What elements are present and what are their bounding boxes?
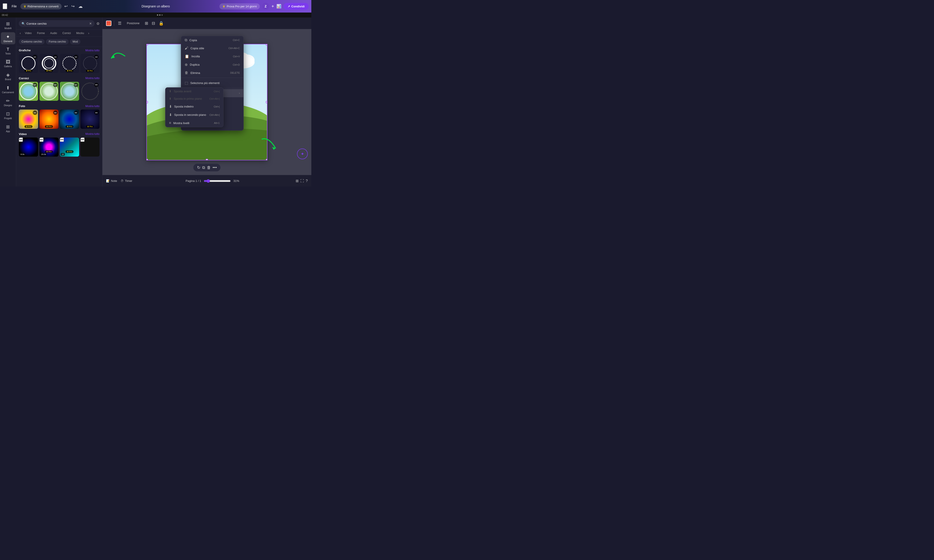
video-item-3-more[interactable]: •••: [60, 137, 64, 142]
position-button[interactable]: Posizione: [124, 20, 142, 26]
grafiche-item-2[interactable]: ••• ♛ Pro: [39, 54, 59, 73]
video-item-4[interactable]: •••: [80, 137, 100, 157]
video-item-2-more[interactable]: •••: [39, 137, 43, 142]
grafiche-item-3-more[interactable]: •••: [74, 55, 78, 59]
redo-button[interactable]: ↪: [70, 3, 76, 10]
lock-button[interactable]: 🔒: [158, 20, 165, 27]
add-button[interactable]: +: [271, 4, 274, 9]
delete-canvas-button[interactable]: 🗑: [207, 165, 211, 170]
chip-contorno[interactable]: Contorno cerchio: [19, 39, 45, 45]
menu-icon[interactable]: ☰: [3, 3, 7, 9]
sidebar-item-modelli[interactable]: ⊞ Modelli: [1, 19, 15, 31]
ctx-incolla[interactable]: 📋 Incolla Ctrl+V: [181, 52, 244, 60]
search-input[interactable]: [26, 22, 88, 25]
handle-bot-left[interactable]: [146, 159, 148, 160]
sidebar-item-testo[interactable]: T Testo: [1, 45, 15, 57]
duplicate-canvas-button[interactable]: ⧉: [202, 165, 205, 170]
submenu-mostra-livelli[interactable]: ≡ Mostra livelli Alt+1: [165, 119, 223, 127]
note-button[interactable]: 📝 Note: [106, 179, 117, 183]
submenu-sposta-indietro[interactable]: ⬇ Sposta indietro Ctrl+[: [165, 102, 223, 111]
show-all-cornici[interactable]: Mostra tutto: [85, 77, 100, 80]
cornici-item-1-more[interactable]: •••: [33, 83, 37, 87]
chip-forma[interactable]: Forma cerchio: [46, 39, 69, 45]
ctx-elimina[interactable]: 🗑 Elimina DELETE: [181, 69, 244, 77]
video-item-1-more[interactable]: •••: [19, 137, 23, 142]
grafiche-item-4-more[interactable]: •••: [94, 55, 99, 59]
sidebar-item-progetti[interactable]: ⊡ Progetti: [1, 109, 15, 122]
grafiche-item-2-more[interactable]: •••: [53, 55, 58, 59]
resize-button[interactable]: ♛ Ridimensiona e converti: [20, 3, 62, 9]
video-item-3[interactable]: 10 ♛ Pro •••: [60, 137, 79, 157]
grafiche-item-1-more[interactable]: •••: [33, 55, 37, 59]
submenu-secondo-piano[interactable]: ⬇ Sposta in secondo piano Ctrl+Alt+[: [165, 111, 223, 119]
file-button[interactable]: File: [10, 3, 18, 9]
handle-top-left[interactable]: [146, 44, 148, 46]
help-button[interactable]: ?: [306, 179, 308, 183]
foto-item-2-more[interactable]: •••: [53, 111, 58, 115]
foto-item-3[interactable]: ••• ♛ Pro: [60, 109, 79, 129]
avatar-button[interactable]: Z: [262, 3, 269, 10]
grafiche-item-3[interactable]: ••• ♛ Pro: [60, 54, 79, 73]
video-item-4-more[interactable]: •••: [80, 137, 85, 142]
video-item-2[interactable]: 15.0s ♛ Pro •••: [39, 137, 59, 157]
foto-item-4[interactable]: ••• ♛ Pro: [80, 109, 100, 129]
foto-item-4-more[interactable]: •••: [94, 111, 99, 115]
show-all-video[interactable]: Mostra tutto: [85, 132, 100, 135]
ctx-duplica[interactable]: ⊕ Duplica Ctrl+D: [181, 60, 244, 69]
tab-audio[interactable]: Audio: [48, 30, 59, 37]
sidebar-item-caricamenti[interactable]: ⬆ Caricamenti: [1, 83, 15, 95]
pro-trial-button[interactable]: ♛ Prova Pro per 14 giorni: [219, 3, 260, 9]
color-picker-button[interactable]: [106, 21, 111, 26]
handle-top-right[interactable]: [266, 44, 267, 46]
sidebar-item-app[interactable]: ⊞ App: [1, 122, 15, 134]
foto-item-1-more[interactable]: •••: [33, 111, 37, 115]
cat-next-button[interactable]: ›: [87, 31, 90, 36]
grid-toggle-button[interactable]: ⊞: [144, 20, 149, 27]
tab-mocku[interactable]: Mocku: [74, 30, 86, 37]
foto-item-2[interactable]: ••• ♛ Pro: [39, 109, 59, 129]
cornici-item-4-more[interactable]: •••: [94, 83, 99, 87]
filter-button[interactable]: ⚙: [96, 22, 100, 26]
handle-mid-left[interactable]: [146, 101, 148, 103]
align-button[interactable]: ⊟: [151, 20, 156, 27]
foto-item-3-more[interactable]: •••: [74, 111, 78, 115]
sidebar-item-disegno[interactable]: ✏ Disegno: [1, 96, 15, 108]
grafiche-item-1[interactable]: ••• ♛ Pro: [19, 54, 38, 73]
handle-bot-right[interactable]: [266, 159, 267, 160]
fab-button[interactable]: ✦: [297, 149, 308, 159]
cornici-item-1[interactable]: •••: [19, 82, 38, 101]
fullscreen-button[interactable]: ⛶: [301, 179, 304, 183]
tab-video[interactable]: Video: [23, 30, 34, 37]
chart-button[interactable]: 📊: [276, 4, 281, 9]
cornici-item-4[interactable]: •••: [80, 82, 100, 101]
cornici-item-3-more[interactable]: •••: [74, 83, 78, 87]
ctx-copia[interactable]: ⧉ Copia Ctrl+C: [181, 36, 244, 44]
grid-view-button[interactable]: ⊞: [296, 179, 299, 183]
ctx-seleziona[interactable]: ⬚ Seleziona più elementi: [181, 79, 244, 87]
share-button[interactable]: ↗ Condividi: [284, 3, 309, 10]
search-clear-button[interactable]: ✕: [89, 22, 92, 25]
sidebar-item-galleria[interactable]: 🖼 Galleria: [1, 58, 15, 69]
grafiche-item-4[interactable]: ••• ♛ Pro: [80, 54, 100, 73]
show-all-foto[interactable]: Mostra tutto: [85, 105, 100, 108]
tab-forme[interactable]: Forme: [35, 30, 47, 37]
undo-button[interactable]: ↩: [63, 3, 69, 10]
zoom-slider[interactable]: [204, 179, 231, 183]
cornici-item-3[interactable]: •••: [60, 82, 79, 101]
cloud-button[interactable]: ☁: [77, 3, 83, 10]
sidebar-item-elementi[interactable]: ✦ Elementi: [1, 32, 15, 45]
video-item-1[interactable]: 8.0s •••: [19, 137, 38, 157]
more-canvas-button[interactable]: •••: [213, 165, 217, 170]
hamburger-button[interactable]: ☰: [117, 20, 122, 27]
handle-mid-right[interactable]: [266, 101, 267, 103]
cornici-item-2[interactable]: •••: [39, 82, 59, 101]
cat-prev-button[interactable]: ‹: [19, 31, 22, 36]
tab-cornici[interactable]: Cornici: [60, 30, 73, 37]
chip-mod[interactable]: Mod: [70, 39, 80, 45]
timer-button[interactable]: ⏱ Timer: [120, 179, 132, 183]
sidebar-item-brand[interactable]: ◈ Brand: [1, 70, 15, 82]
handle-bot-mid[interactable]: [206, 159, 208, 160]
ctx-copia-stile[interactable]: 🖌 Copia stile Ctrl+Alt+C: [181, 44, 244, 52]
show-all-grafiche[interactable]: Mostra tutto: [85, 49, 100, 52]
foto-item-1[interactable]: ••• ♛ Pro: [19, 109, 38, 129]
